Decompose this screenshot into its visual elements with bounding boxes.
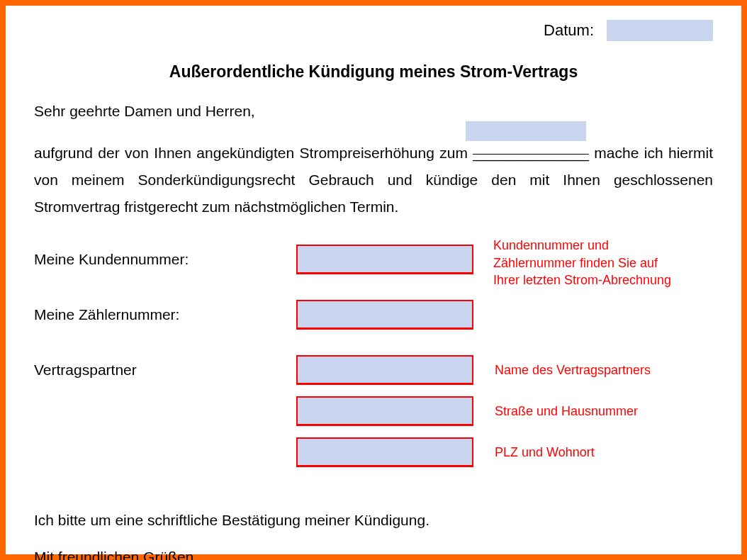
document-page: Datum: Außerordentliche Kündigung meines… (0, 0, 747, 560)
date-input[interactable] (607, 20, 713, 41)
closing-greeting: Mit freundlichen Grüßen, (34, 549, 713, 560)
note-name: Name des Vertragspartners (495, 362, 651, 379)
document-title: Außerordentliche Kündigung meines Strom-… (34, 62, 713, 82)
input-vertragspartner-plz[interactable] (296, 437, 473, 467)
date-label: Datum: (544, 21, 594, 40)
salutation: Sehr geehrte Damen und Herren, (34, 103, 713, 120)
closing-request: Ich bitte um eine schriftliche Bestätigu… (34, 512, 713, 529)
row-vertragspartner-name: Vertragspartner Name des Vertragspartner… (34, 353, 713, 387)
label-zaehlernummer: Meine Zählernummer: (34, 306, 296, 323)
input-zaehlernummer[interactable] (296, 300, 473, 330)
price-increase-date-input[interactable] (466, 121, 586, 141)
note-kunden-zaehler: Kundennummer und Zählernummer finden Sie… (493, 237, 678, 289)
row-zaehlernummer: Meine Zählernummer: (34, 298, 713, 332)
price-increase-underline: ______________ (473, 140, 589, 155)
label-vertragspartner: Vertragspartner (34, 362, 296, 379)
body-part1: aufgrund der von Ihnen angekündigten Str… (34, 145, 473, 161)
note-plz: PLZ und Wohnort (495, 444, 595, 461)
row-vertragspartner-plz: PLZ und Wohnort (34, 435, 713, 469)
label-kundennummer: Meine Kundennummer: (34, 251, 296, 268)
input-vertragspartner-name[interactable] (296, 355, 473, 385)
spacer (34, 339, 713, 353)
input-vertragspartner-strasse[interactable] (296, 396, 473, 426)
form-section: Kundennummer und Zählernummer finden Sie… (34, 242, 713, 469)
body-paragraph: aufgrund der von Ihnen angekündigten Str… (34, 140, 713, 220)
input-kundennummer[interactable] (296, 245, 473, 274)
date-row: Datum: (34, 20, 713, 41)
row-vertragspartner-strasse: Straße und Hausnummer (34, 394, 713, 428)
note-strasse: Straße und Hausnummer (495, 403, 638, 420)
price-increase-date-wrap: ______________ (473, 140, 589, 167)
